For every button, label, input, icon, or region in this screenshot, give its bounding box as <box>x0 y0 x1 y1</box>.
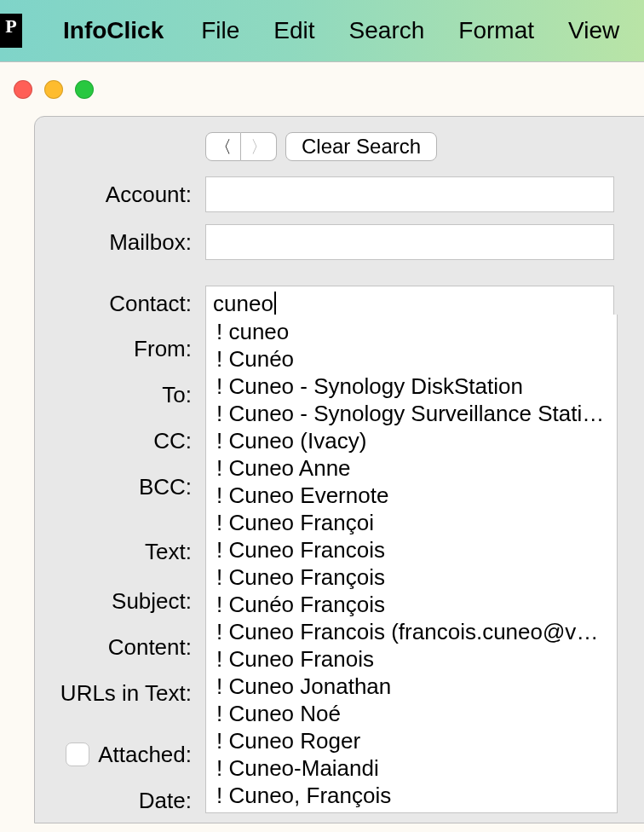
subject-label: Subject: <box>35 588 198 615</box>
menu-bar: P InfoClick File Edit Search Format View <box>0 0 644 61</box>
suggestion-item[interactable]: ! Cuneo Francois (francois.cuneo@vd.ed… <box>206 618 617 645</box>
app-badge: P <box>0 14 22 48</box>
menu-search[interactable]: Search <box>332 17 442 44</box>
suggestion-item[interactable]: ! Cuneo Francois <box>206 536 617 563</box>
from-label: From: <box>35 336 198 362</box>
forward-button[interactable]: 〉 <box>241 132 277 161</box>
suggestion-item[interactable]: ! Cunéo <box>206 345 617 373</box>
account-input[interactable] <box>205 176 614 212</box>
urls-label: URLs in Text: <box>35 680 198 707</box>
zoom-icon[interactable] <box>75 80 94 99</box>
clear-search-button[interactable]: Clear Search <box>285 132 437 161</box>
attached-checkbox[interactable] <box>66 742 89 766</box>
suggestion-item[interactable]: ! Cuneo, François <box>206 782 617 809</box>
window-titlebar <box>0 61 644 101</box>
bcc-label: BCC: <box>35 474 198 500</box>
search-panel: 〈 〉 Clear Search Account: Mailbox: Conta… <box>34 116 644 823</box>
back-button[interactable]: 〈 <box>205 132 241 161</box>
suggestion-item[interactable]: ! Cuneo Roger <box>206 727 617 754</box>
menu-edit[interactable]: Edit <box>256 17 331 44</box>
contact-input-value: cuneo <box>213 291 273 317</box>
suggestion-item[interactable]: ! Cuneo (Ivacy) <box>206 427 617 454</box>
chevron-left-icon: 〈 <box>215 136 232 159</box>
suggestion-item[interactable]: ! Cuneo Franois <box>206 645 617 673</box>
account-label: Account: <box>35 182 198 208</box>
attached-label-wrap: Attached: <box>35 742 198 768</box>
date-label: Date: <box>35 788 198 814</box>
nav-history-group: 〈 〉 <box>205 132 277 161</box>
toolbar: 〈 〉 Clear Search <box>205 132 644 161</box>
to-label: To: <box>35 382 198 408</box>
minimize-icon[interactable] <box>44 80 63 99</box>
menu-file[interactable]: File <box>184 17 256 44</box>
close-icon[interactable] <box>14 80 32 99</box>
attached-label: Attached: <box>98 742 192 768</box>
suggestion-item[interactable]: ! Cuneo Françoi <box>206 509 617 536</box>
content-label: Content: <box>35 634 198 661</box>
suggestion-item[interactable]: ! Cuneo Jonathan <box>206 673 617 700</box>
suggestion-item[interactable]: ! Cuneo François <box>206 563 617 591</box>
suggestion-item[interactable]: ! cuneo <box>206 318 617 345</box>
suggestion-item[interactable]: ! Cuneo Evernote <box>206 482 617 509</box>
contact-label: Contact: <box>35 291 198 317</box>
suggestion-item[interactable]: ! Cuneo - Synology DiskStation <box>206 373 617 400</box>
suggestion-item[interactable]: ! Cuneo - Synology Surveillance Station <box>206 400 617 427</box>
cc-label: CC: <box>35 428 198 454</box>
suggestion-item[interactable]: ! Cunéo François <box>206 591 617 618</box>
contact-suggestions: ! cuneo ! Cunéo ! Cuneo - Synology DiskS… <box>205 315 618 813</box>
mailbox-label: Mailbox: <box>35 229 198 256</box>
window-controls <box>14 80 94 99</box>
text-cursor <box>274 292 276 315</box>
menu-format[interactable]: Format <box>441 17 551 44</box>
menu-app-name[interactable]: InfoClick <box>63 17 184 44</box>
chevron-right-icon: 〉 <box>250 136 267 159</box>
suggestion-item[interactable]: ! Cuneo Anne <box>206 454 617 482</box>
menu-view[interactable]: View <box>551 17 636 44</box>
suggestion-item[interactable]: ! Cuneo Noé <box>206 700 617 727</box>
text-label: Text: <box>35 539 198 565</box>
mailbox-input[interactable] <box>205 224 614 260</box>
suggestion-item[interactable]: ! Cuneo-Maiandi <box>206 754 617 782</box>
